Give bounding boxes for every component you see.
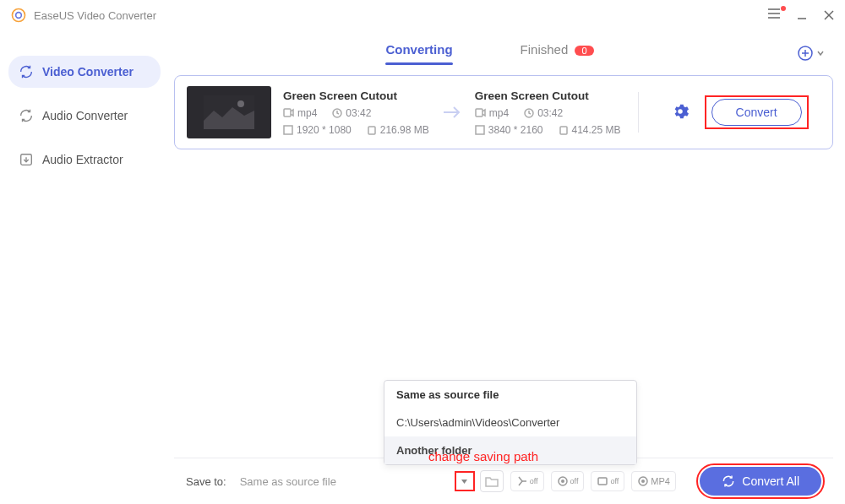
sidebar-item-label: Audio Converter	[42, 109, 128, 122]
speed-icon	[597, 475, 608, 487]
save-path-dropdown-button[interactable]	[456, 473, 473, 490]
convert-all-button[interactable]: Convert All	[700, 467, 821, 496]
tab-finished[interactable]: Finished 0	[521, 42, 594, 63]
target-size: 414.25 MB	[572, 124, 621, 136]
plus-circle-icon	[797, 45, 814, 62]
convert-all-highlight: Convert All	[700, 467, 821, 496]
target-info: Green Screen Cutout mp4 03:42 3840 * 216…	[475, 89, 621, 136]
file-size-icon	[367, 125, 377, 135]
high-speed-toggle[interactable]: off	[591, 471, 624, 491]
open-folder-button[interactable]	[480, 470, 504, 492]
dropdown-option-another-folder[interactable]: Another folder	[384, 436, 636, 464]
bottom-bar: Same as source file C:\Users\admin\Video…	[174, 458, 833, 504]
target-resolution: 3840 * 2160	[488, 124, 543, 136]
sidebar-item-audio-converter[interactable]: Audio Converter	[8, 100, 161, 132]
gear-small-icon	[637, 475, 649, 487]
video-icon	[475, 108, 486, 117]
dropdown-option-same-as-source[interactable]: Same as source file	[384, 381, 636, 409]
gear-small-icon	[557, 475, 569, 487]
tab-label: Finished	[521, 42, 569, 57]
convert-all-label: Convert All	[742, 474, 799, 488]
resolution-icon	[283, 125, 293, 135]
convert-button[interactable]: Convert	[711, 99, 802, 126]
title-bar: EaseUS Video Converter	[0, 0, 845, 30]
target-title: Green Screen Cutout	[475, 89, 621, 102]
save-path-field	[237, 470, 473, 493]
add-file-button[interactable]	[797, 45, 825, 62]
svg-point-23	[678, 109, 683, 114]
source-info: Green Screen Cutout mp4 03:42 1920 * 108…	[283, 89, 429, 136]
sidebar-item-label: Video Converter	[42, 65, 134, 79]
svg-rect-19	[476, 109, 482, 117]
svg-rect-14	[284, 109, 291, 117]
svg-point-1	[16, 13, 22, 19]
arrow-right-icon	[441, 104, 463, 121]
dropdown-option-path[interactable]: C:\Users\admin\Videos\Converter	[384, 409, 636, 436]
refresh-icon	[722, 474, 735, 488]
resolution-icon	[475, 125, 485, 135]
app-logo-icon	[10, 7, 27, 24]
hardware-accel-toggle[interactable]: off	[551, 471, 585, 491]
svg-point-29	[641, 480, 645, 483]
hs-state: off	[610, 477, 619, 485]
svg-rect-21	[476, 126, 484, 134]
convert-button-highlight: Convert	[708, 99, 805, 126]
gear-icon	[671, 102, 690, 121]
hw-state: off	[570, 477, 579, 485]
source-resolution: 1920 * 1080	[297, 124, 352, 136]
chevron-down-icon	[816, 49, 825, 57]
divider	[638, 92, 639, 133]
tab-label: Converting	[385, 42, 452, 57]
source-format: mp4	[297, 107, 317, 119]
merge-icon	[516, 475, 528, 487]
target-duration: 03:42	[537, 107, 563, 119]
sidebar-item-video-converter[interactable]: Video Converter	[8, 56, 161, 88]
merge-state: off	[530, 477, 538, 485]
thumbnail-image-icon	[204, 95, 254, 129]
sidebar-item-audio-extractor[interactable]: Audio Extractor	[8, 144, 161, 176]
source-size: 216.98 MB	[380, 124, 429, 136]
video-icon	[283, 108, 294, 117]
output-format-label: MP4	[651, 476, 670, 486]
close-button[interactable]	[823, 9, 835, 21]
video-thumbnail[interactable]	[187, 86, 271, 138]
app-title: EaseUS Video Converter	[34, 9, 767, 22]
minimize-button[interactable]	[796, 9, 808, 21]
task-settings-button[interactable]	[671, 102, 690, 123]
file-size-icon	[559, 125, 569, 135]
save-to-label: Save to:	[186, 475, 226, 488]
merge-toggle[interactable]: off	[510, 471, 544, 491]
svg-point-26	[561, 480, 564, 483]
caret-down-icon	[461, 478, 468, 485]
finished-count-badge: 0	[575, 46, 593, 56]
save-path-dropdown-menu: Same as source file C:\Users\admin\Video…	[384, 380, 637, 465]
clock-icon	[524, 108, 534, 118]
task-row: Green Screen Cutout mp4 03:42 1920 * 108…	[174, 75, 833, 149]
sidebar-item-label: Audio Extractor	[42, 153, 123, 166]
svg-rect-17	[368, 127, 375, 134]
svg-marker-24	[461, 480, 467, 484]
hamburger-icon	[767, 8, 781, 19]
extract-icon	[19, 152, 34, 167]
svg-rect-16	[284, 126, 292, 134]
folder-icon	[485, 475, 499, 487]
svg-point-13	[237, 100, 244, 107]
refresh-icon	[19, 64, 34, 79]
clock-icon	[332, 108, 342, 118]
svg-rect-22	[560, 127, 567, 134]
notification-dot-icon	[781, 6, 786, 11]
target-format: mp4	[489, 107, 509, 119]
tab-bar: Converting Finished 0	[174, 42, 833, 68]
hamburger-menu-button[interactable]	[767, 8, 781, 23]
refresh-icon	[19, 108, 34, 123]
svg-point-0	[13, 9, 25, 22]
source-duration: 03:42	[346, 107, 371, 119]
sidebar: Video Converter Audio Converter Audio Ex…	[0, 30, 169, 504]
save-path-input[interactable]	[237, 470, 456, 493]
output-format-button[interactable]: MP4	[631, 471, 676, 491]
svg-rect-27	[598, 478, 607, 485]
source-title: Green Screen Cutout	[283, 89, 429, 102]
tab-converting[interactable]: Converting	[385, 42, 452, 63]
